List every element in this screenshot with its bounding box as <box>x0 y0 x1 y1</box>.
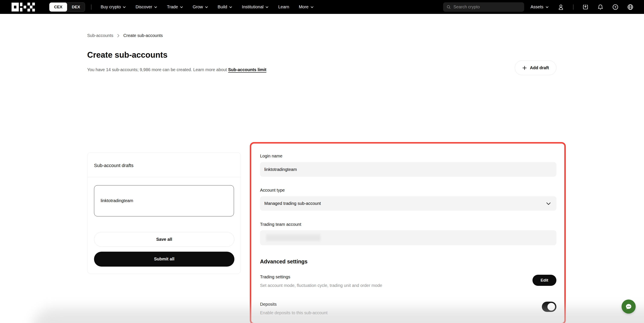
trading-settings-description: Set account mode, fluctuation cycle, tra… <box>260 283 382 288</box>
cex-dex-toggle: CEX DEX <box>49 2 85 12</box>
toggle-dex[interactable]: DEX <box>67 2 85 12</box>
advanced-settings-heading: Advanced settings <box>260 258 556 265</box>
trading-settings-row: Trading settings Set account mode, fluct… <box>260 274 556 288</box>
deposits-row: Deposits Enable deposits to this sub-acc… <box>260 302 556 315</box>
nav-item-discover[interactable]: Discover <box>136 4 157 10</box>
nav-item-label: Build <box>218 4 227 10</box>
user-icon <box>558 4 564 10</box>
trading-settings-label: Trading settings <box>260 274 382 280</box>
chevron-down-icon <box>310 6 314 8</box>
page-content: Sub-accounts Create sub-accounts Create … <box>87 14 556 273</box>
chevron-down-icon <box>123 6 126 8</box>
account-type-select[interactable]: Managed trading sub-account <box>260 196 556 211</box>
breadcrumb-current: Create sub-accounts <box>123 33 163 38</box>
breadcrumb-chevron-icon <box>117 34 120 38</box>
nav-right-cluster: Assets ? <box>443 2 633 12</box>
nav-item-label: More <box>299 4 308 10</box>
breadcrumb: Sub-accounts Create sub-accounts <box>87 33 556 38</box>
okx-logo[interactable] <box>12 2 36 12</box>
subtitle-text: You have 14 sub-accounts; 9,986 more can… <box>87 67 228 72</box>
chevron-down-icon <box>546 6 549 8</box>
plus-icon <box>522 66 527 70</box>
trading-team-account-input[interactable] <box>260 230 556 245</box>
submit-all-button[interactable]: Submit all <box>94 252 234 266</box>
chevron-down-icon <box>154 6 157 8</box>
chevron-down-icon <box>266 6 268 8</box>
deposits-texts: Deposits Enable deposits to this sub-acc… <box>260 302 328 315</box>
nav-item-label: Discover <box>136 4 152 10</box>
redacted-value <box>266 234 320 242</box>
page-title: Create sub-accounts <box>87 50 556 60</box>
main-area: Sub-account drafts linktotradingteam Sav… <box>87 72 556 273</box>
add-draft-label: Add draft <box>530 65 549 70</box>
login-name-input[interactable] <box>260 162 556 177</box>
bell-icon <box>598 4 604 10</box>
language-button[interactable] <box>627 4 633 10</box>
chevron-down-icon <box>229 6 232 8</box>
login-name-label: Login name <box>260 154 556 158</box>
chat-bubble-icon <box>625 303 632 310</box>
chevron-down-icon <box>546 202 551 205</box>
search-bar[interactable] <box>443 2 524 12</box>
nav-item-label: Trade <box>167 4 178 10</box>
breadcrumb-sub-accounts[interactable]: Sub-accounts <box>87 33 113 38</box>
globe-icon <box>627 4 633 10</box>
nav-divider <box>573 4 574 10</box>
save-all-button[interactable]: Save all <box>94 232 234 247</box>
download-app-button[interactable] <box>582 4 588 10</box>
page-subtitle: You have 14 sub-accounts; 9,986 more can… <box>87 67 556 72</box>
sub-accounts-limit-link[interactable]: Sub-accounts limit <box>228 67 266 72</box>
edit-trading-settings-button[interactable]: Edit <box>532 275 556 286</box>
toggle-cex[interactable]: CEX <box>49 2 67 12</box>
profile-button[interactable] <box>558 4 564 10</box>
notifications-button[interactable] <box>598 4 604 10</box>
nav-item-learn[interactable]: Learn <box>278 4 289 10</box>
account-type-label: Account type <box>260 188 556 193</box>
sub-account-drafts-card: Sub-account drafts linktotradingteam Sav… <box>87 152 241 274</box>
nav-item-label: Buy crypto <box>101 4 121 10</box>
nav-item-more[interactable]: More <box>299 4 314 10</box>
top-navbar: CEX DEX Buy crypto Discover Trade Grow B… <box>0 0 644 14</box>
nav-item-grow[interactable]: Grow <box>193 4 208 10</box>
nav-item-trade[interactable]: Trade <box>167 4 183 10</box>
search-input[interactable] <box>454 4 521 10</box>
create-sub-account-form-panel: Login name Account type Managed trading … <box>250 142 566 323</box>
deposits-label: Deposits <box>260 302 328 307</box>
chevron-down-icon <box>205 6 208 8</box>
assets-label: Assets <box>530 4 543 10</box>
chevron-down-icon <box>180 6 183 8</box>
draft-name: linktotradingteam <box>101 198 133 203</box>
trading-settings-texts: Trading settings Set account mode, fluct… <box>260 274 382 288</box>
support-chat-button[interactable] <box>622 300 636 314</box>
account-type-value: Managed trading sub-account <box>264 201 321 206</box>
nav-divider <box>91 4 92 10</box>
nav-item-build[interactable]: Build <box>218 4 232 10</box>
download-icon <box>582 4 588 10</box>
trading-team-account-label: Trading team account <box>260 222 556 227</box>
nav-item-label: Grow <box>193 4 203 10</box>
search-icon <box>446 5 451 10</box>
nav-item-buy-crypto[interactable]: Buy crypto <box>101 4 126 10</box>
drafts-card-separator <box>88 177 240 177</box>
drafts-card-header: Sub-account drafts <box>88 152 240 168</box>
deposits-description: Enable deposits to this sub-account <box>260 310 328 315</box>
nav-item-label: Learn <box>278 4 289 10</box>
nav-item-institutional[interactable]: Institutional <box>242 4 268 10</box>
nav-menu: Buy crypto Discover Trade Grow Build Ins… <box>101 4 314 10</box>
nav-item-label: Institutional <box>242 4 264 10</box>
assets-dropdown[interactable]: Assets <box>530 4 549 10</box>
deposits-toggle[interactable] <box>542 302 556 312</box>
svg-text:?: ? <box>614 5 616 9</box>
draft-item-selected[interactable]: linktotradingteam <box>94 185 234 216</box>
help-button[interactable]: ? <box>612 4 618 10</box>
toggle-knob <box>548 303 555 310</box>
help-icon: ? <box>612 4 618 10</box>
